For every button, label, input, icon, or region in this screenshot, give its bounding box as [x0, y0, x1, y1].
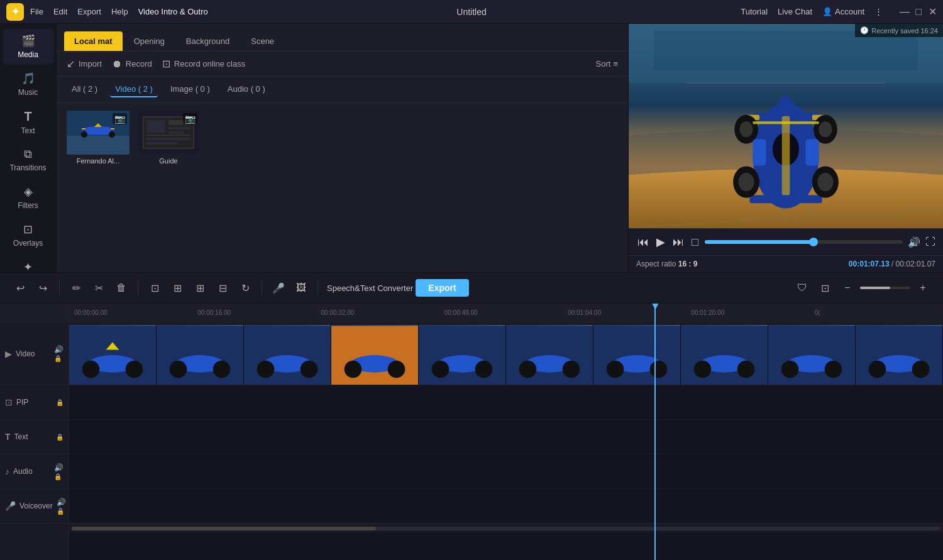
filter-video[interactable]: Video ( 2 ): [110, 82, 158, 97]
menu-video-intro[interactable]: Video Intro & Outro: [138, 7, 208, 16]
sidebar-item-music[interactable]: 🎵 Music: [3, 67, 53, 102]
menu-file[interactable]: File: [30, 7, 43, 16]
video-volume-icon[interactable]: 🔊: [54, 345, 63, 354]
redo-button[interactable]: ↪: [33, 278, 53, 298]
tab-opening[interactable]: Opening: [124, 31, 175, 51]
mic-button[interactable]: 🎤: [268, 278, 289, 298]
crop-button[interactable]: ⊡: [145, 278, 165, 298]
rotate-button[interactable]: ↻: [235, 278, 255, 298]
media-item-0[interactable]: 📷 Fernando Al...: [67, 111, 130, 265]
minimize-button[interactable]: —: [900, 8, 909, 16]
zoom-out-button[interactable]: −: [837, 278, 858, 298]
timeline-track-labels: ▶ Video 🔊 🔒 ⊡ PIP 🔒 T Text 🔒 ♪ Audio: [0, 304, 69, 560]
panel-tabs: Local mat Opening Background Scene: [57, 24, 628, 52]
speech-text-converter[interactable]: Speech&Text Converter: [327, 283, 413, 293]
cut-button[interactable]: ✂: [89, 278, 109, 298]
record-button[interactable]: ⏺ Record: [112, 58, 152, 70]
delete-button[interactable]: 🗑: [111, 278, 131, 298]
progress-bar[interactable]: [705, 240, 903, 244]
sidebar-item-media[interactable]: 🎬 Media: [3, 29, 53, 64]
image-button[interactable]: 🖼: [291, 278, 311, 298]
grid-button[interactable]: ⊞: [190, 278, 210, 298]
tab-scene[interactable]: Scene: [241, 31, 284, 51]
stop-button[interactable]: □: [690, 234, 700, 250]
sidebar-item-transitions[interactable]: ⧉ Transitions: [3, 143, 53, 177]
more-options-icon[interactable]: ⋮: [874, 7, 883, 16]
window-controls: — □ ✕: [900, 8, 937, 16]
filter-image[interactable]: Image ( 0 ): [165, 82, 215, 97]
sidebar-item-label: Media: [18, 50, 38, 59]
account-area[interactable]: 👤 Account: [822, 7, 864, 16]
zoom-in-button[interactable]: +: [913, 278, 933, 298]
split-button[interactable]: ⊞: [167, 278, 187, 298]
fast-forward-button[interactable]: ⏭: [671, 234, 685, 250]
video-track-content[interactable]: Fernando-Alonso-Drives Title-Winning-Ren…: [69, 322, 943, 385]
voiceover-lock-icon[interactable]: 🔒: [57, 508, 66, 515]
audio-lock-icon[interactable]: 🔒: [54, 473, 63, 480]
audio-track-content[interactable]: [69, 454, 943, 489]
menu-edit[interactable]: Edit: [53, 7, 67, 16]
media-thumb-0: 📷: [67, 111, 130, 155]
svg-point-30: [739, 173, 754, 191]
live-chat-link[interactable]: Live Chat: [778, 7, 812, 16]
time-container: 00:01:07.13 / 00:02:01.07: [849, 260, 935, 268]
video-lock-icon[interactable]: 🔒: [54, 355, 63, 362]
progress-thumb[interactable]: [809, 238, 818, 246]
svg-rect-1: [67, 136, 130, 155]
frame-0: [69, 325, 157, 385]
svg-point-62: [475, 361, 493, 378]
audio-volume-icon[interactable]: 🔊: [54, 463, 63, 472]
volume-icon[interactable]: 🔊: [908, 236, 920, 248]
pip-track-content[interactable]: [69, 385, 943, 420]
media-item-1[interactable]: 📷 Guide: [137, 111, 200, 265]
scrollbar-thumb[interactable]: [72, 527, 376, 530]
ruler-mark-1: 00:00:16.00: [197, 309, 321, 316]
close-button[interactable]: ✕: [928, 8, 937, 16]
voiceover-volume-icon[interactable]: 🔊: [57, 498, 66, 507]
menu-export[interactable]: Export: [77, 7, 101, 16]
fit-button[interactable]: ⊡: [815, 278, 835, 298]
svg-rect-16: [146, 138, 190, 140]
menu-help[interactable]: Help: [111, 7, 128, 16]
sidebar-item-text[interactable]: T Text: [3, 104, 53, 140]
rewind-button[interactable]: ⏮: [636, 234, 650, 250]
sort-label: Sort: [596, 59, 611, 69]
pip-button[interactable]: ⊟: [212, 278, 233, 298]
tab-background[interactable]: Background: [176, 31, 240, 51]
filter-all[interactable]: All ( 2 ): [67, 82, 102, 97]
record-label: Record: [126, 59, 152, 69]
text-lock-icon[interactable]: 🔒: [56, 434, 63, 441]
account-label[interactable]: Account: [835, 7, 864, 16]
import-button[interactable]: ↙ Import: [67, 58, 102, 70]
timeline-content: 00:00:00.00 00:00:16.00 00:00:32.00 00:0…: [69, 304, 943, 560]
pip-lock-icon[interactable]: 🔒: [56, 399, 63, 406]
maximize-button[interactable]: □: [914, 8, 923, 16]
voiceover-track-content[interactable]: [69, 489, 943, 524]
tab-local-mat[interactable]: Local mat: [64, 31, 123, 51]
timeline-ruler[interactable]: 00:00:00.00 00:00:16.00 00:00:32.00 00:0…: [69, 304, 943, 322]
timeline-scrollbar[interactable]: [69, 524, 943, 532]
shield-button[interactable]: 🛡: [792, 278, 812, 298]
svg-point-53: [257, 361, 275, 378]
ruler-mark-3: 00:00:48.00: [444, 309, 568, 316]
media-icon: 🎬: [21, 34, 35, 48]
tutorial-link[interactable]: Tutorial: [741, 7, 768, 16]
zoom-slider[interactable]: [860, 287, 910, 289]
time-current: 00:01:07.13: [849, 260, 890, 268]
undo-button[interactable]: ↩: [10, 278, 30, 298]
sort-button[interactable]: Sort ≡: [596, 59, 618, 69]
frame-4: [419, 325, 506, 385]
filter-audio[interactable]: Audio ( 0 ): [223, 82, 270, 97]
scrollbar-track[interactable]: [72, 527, 940, 530]
pen-button[interactable]: ✏: [66, 278, 86, 298]
record-online-button[interactable]: ⊡ Record online class: [162, 58, 245, 70]
svg-point-5: [109, 131, 115, 138]
svg-point-44: [82, 361, 100, 378]
play-button[interactable]: ▶: [655, 234, 666, 250]
export-button[interactable]: Export: [416, 279, 468, 297]
svg-rect-3: [85, 127, 111, 135]
fullscreen-icon[interactable]: ⛶: [925, 236, 935, 248]
text-track-content[interactable]: [69, 420, 943, 454]
sidebar-item-overlays[interactable]: ⊡ Overlays: [3, 217, 53, 253]
sidebar-item-filters[interactable]: ◈ Filters: [3, 180, 53, 215]
